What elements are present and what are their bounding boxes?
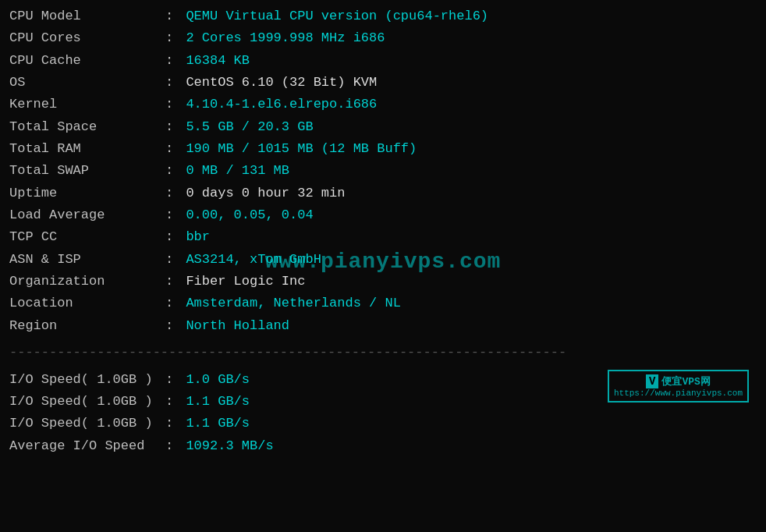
io-row-label: Average I/O Speed (9, 436, 165, 456)
badge: V 便宜VPS网 https://www.pianyivps.com (608, 370, 749, 403)
row-colon: : (165, 139, 181, 159)
row-value: 0 days 0 hour 32 min (186, 183, 345, 204)
io-row-colon: : (165, 436, 181, 456)
row-label: Organization (9, 271, 165, 292)
row-value: 0 MB / 131 MB (186, 161, 289, 181)
info-row: CPU Model: QEMU Virtual CPU version (cpu… (9, 6, 757, 27)
io-row: Average I/O Speed: 1092.3 MB/s (9, 436, 757, 456)
row-label: Uptime (9, 183, 165, 204)
row-value: Fiber Logic Inc (186, 271, 305, 292)
row-label: Location (9, 293, 165, 314)
info-row: Kernel: 4.10.4-1.el6.elrepo.i686 (9, 94, 757, 115)
row-colon: : (165, 316, 181, 336)
io-row-label: I/O Speed( 1.0GB ) (9, 413, 165, 434)
info-row: CPU Cache: 16384 KB (9, 51, 757, 71)
row-value: 0.00, 0.05, 0.04 (186, 205, 313, 225)
io-row-colon: : (165, 413, 181, 434)
info-row: Region: North Holland (9, 316, 757, 336)
row-value: bbr (186, 227, 210, 247)
row-colon: : (165, 293, 181, 314)
row-colon: : (165, 28, 181, 48)
badge-site-name: 便宜VPS网 (661, 374, 710, 388)
info-row: Location: Amsterdam, Netherlands / NL (9, 293, 757, 314)
row-value: 5.5 GB / 20.3 GB (186, 117, 313, 137)
badge-v-icon: V (646, 374, 658, 388)
info-row: OS: CentOS 6.10 (32 Bit) KVM (9, 73, 757, 93)
info-row: Organization: Fiber Logic Inc (9, 271, 757, 292)
row-colon: : (165, 271, 181, 292)
row-value: 16384 KB (186, 51, 250, 71)
row-colon: : (165, 227, 181, 247)
io-row-label: I/O Speed( 1.0GB ) (9, 370, 165, 390)
io-row-value: 1092.3 MB/s (186, 436, 273, 456)
row-colon: : (165, 51, 181, 71)
io-row-value: 1.1 GB/s (186, 413, 250, 434)
info-row: TCP CC: bbr (9, 227, 757, 247)
row-label: CPU Cores (9, 28, 165, 48)
row-value: QEMU Virtual CPU version (cpu64-rhel6) (186, 6, 488, 27)
info-row: Uptime: 0 days 0 hour 32 min (9, 183, 757, 204)
io-row-value: 1.0 GB/s (186, 370, 250, 390)
info-row: ASN & ISP: AS3214, xTom GmbH (9, 250, 757, 270)
io-section: I/O Speed( 1.0GB ): 1.0 GB/sI/O Speed( 1… (9, 370, 757, 456)
info-row: Total RAM: 190 MB / 1015 MB (12 MB Buff) (9, 139, 757, 159)
io-row-value: 1.1 GB/s (186, 392, 250, 412)
row-value: North Holland (186, 316, 289, 336)
row-label: ASN & ISP (9, 250, 165, 270)
row-colon: : (165, 183, 181, 204)
row-colon: : (165, 73, 181, 93)
io-row: I/O Speed( 1.0GB ): 1.1 GB/s (9, 413, 757, 434)
row-value: CentOS 6.10 (32 Bit) KVM (186, 73, 377, 93)
row-value: AS3214, xTom GmbH (186, 250, 321, 270)
row-label: CPU Model (9, 6, 165, 27)
row-label: Total Space (9, 117, 165, 137)
row-value: 190 MB / 1015 MB (12 MB Buff) (186, 139, 417, 159)
row-colon: : (165, 94, 181, 115)
row-colon: : (165, 117, 181, 137)
system-info-section: CPU Model: QEMU Virtual CPU version (cpu… (9, 6, 757, 364)
badge-url: https://www.pianyivps.com (614, 388, 743, 398)
info-row: Total Space: 5.5 GB / 20.3 GB (9, 117, 757, 137)
row-label: Total SWAP (9, 161, 165, 181)
row-label: Load Average (9, 205, 165, 225)
row-colon: : (165, 161, 181, 181)
row-label: TCP CC (9, 227, 165, 247)
row-label: CPU Cache (9, 51, 165, 71)
row-value: 4.10.4-1.el6.elrepo.i686 (186, 94, 377, 115)
info-row: Total SWAP: 0 MB / 131 MB (9, 161, 757, 181)
row-value: Amsterdam, Netherlands / NL (186, 293, 400, 314)
row-label: Total RAM (9, 139, 165, 159)
row-label: OS (9, 73, 165, 93)
section-divider: ----------------------------------------… (9, 342, 757, 363)
io-row-colon: : (165, 392, 181, 412)
io-row-label: I/O Speed( 1.0GB ) (9, 392, 165, 412)
row-value: 2 Cores 1999.998 MHz i686 (186, 28, 385, 48)
row-label: Region (9, 316, 165, 336)
io-row-colon: : (165, 370, 181, 390)
row-colon: : (165, 205, 181, 225)
row-label: Kernel (9, 94, 165, 115)
info-row: Load Average: 0.00, 0.05, 0.04 (9, 205, 757, 225)
row-colon: : (165, 6, 181, 27)
info-row: CPU Cores: 2 Cores 1999.998 MHz i686 (9, 28, 757, 48)
row-colon: : (165, 250, 181, 270)
